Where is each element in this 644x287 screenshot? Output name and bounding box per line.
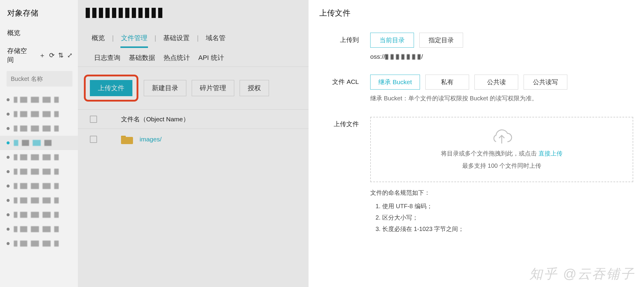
path-suffix: / <box>421 53 423 60</box>
file-acl-label: 文件 ACL <box>319 75 370 102</box>
dropzone-line2: 最多支持 100 个文件同时上传 <box>462 162 541 170</box>
bucket-status-dot <box>7 242 10 245</box>
bucket-item[interactable] <box>0 164 78 179</box>
naming-rule-item: 区分大小写； <box>382 212 633 223</box>
bucket-item[interactable] <box>0 222 78 236</box>
sidebar: 对象存储 概览 存储空间 ＋ ⟳ ⇅ ⤢ <box>0 0 78 287</box>
bucket-name-obscured <box>14 140 59 146</box>
path-prefix: oss:// <box>370 53 385 60</box>
naming-rules-list: 使用 UTF-8 编码；区分大小写；长度必须在 1-1023 字节之间； <box>370 200 633 235</box>
naming-rule-item: 长度必须在 1-1023 字节之间； <box>382 223 633 235</box>
file-acl-row: 文件 ACL 继承 Bucket私有公共读公共读写 继承 Bucket：单个文件… <box>319 75 633 102</box>
secondary-tab[interactable]: 日志查询 <box>94 53 120 62</box>
refresh-icon[interactable]: ⟳ <box>49 52 55 59</box>
expand-icon[interactable]: ⤢ <box>67 52 72 59</box>
file-toolbar: 上传文件 新建目录 碎片管理 授权 <box>78 67 309 110</box>
bucket-status-dot <box>7 156 10 159</box>
bucket-item[interactable] <box>0 193 78 208</box>
primary-tab[interactable]: 域名管 <box>205 31 226 46</box>
bucket-status-dot <box>7 98 10 101</box>
authorize-button[interactable]: 授权 <box>240 80 269 96</box>
cloud-upload-icon <box>491 129 513 145</box>
bucket-search-input[interactable] <box>11 75 87 82</box>
naming-rule-item: 使用 UTF-8 编码； <box>382 200 633 212</box>
bucket-item[interactable] <box>0 93 78 107</box>
acl-option[interactable]: 私有 <box>425 75 469 90</box>
upload-to-option[interactable]: 指定目录 <box>419 33 463 48</box>
sidebar-overview-link[interactable]: 概览 <box>0 26 78 45</box>
sort-icon[interactable]: ⇅ <box>58 52 64 59</box>
primary-tab[interactable]: 文件管理 <box>120 31 148 46</box>
bucket-title-bar <box>78 0 309 26</box>
file-table-body: images/ <box>78 129 309 150</box>
select-all-checkbox[interactable] <box>90 116 97 123</box>
upload-to-options: 当前目录指定目录 <box>370 33 633 48</box>
bucket-status-dot <box>7 113 10 116</box>
bucket-name-obscured <box>14 111 59 117</box>
storage-space-label: 存储空间 <box>7 46 32 64</box>
bucket-status-dot <box>7 141 10 144</box>
upload-area-row: 上传文件 将目录或多个文件拖拽到此，或点击 直接上传 最多支持 100 个文件同… <box>319 117 633 235</box>
bucket-status-dot <box>7 228 10 231</box>
folder-icon <box>121 135 133 144</box>
file-name-link[interactable]: images/ <box>140 136 162 143</box>
file-table-header: 文件名（Object Name） <box>78 110 309 129</box>
upload-area-label: 上传文件 <box>319 117 370 235</box>
bucket-item[interactable] <box>0 208 78 222</box>
upload-to-option[interactable]: 当前目录 <box>370 33 414 48</box>
storage-space-header: 存储空间 ＋ ⟳ ⇅ ⤢ <box>0 45 78 69</box>
upload-button-highlight: 上传文件 <box>84 75 138 102</box>
acl-options: 继承 Bucket私有公共读公共读写 <box>370 75 633 90</box>
bucket-status-dot <box>7 199 10 202</box>
tab-separator: | <box>155 34 156 42</box>
bucket-item[interactable] <box>0 236 78 251</box>
bucket-status-dot <box>7 213 10 216</box>
bucket-name-obscured <box>14 226 59 232</box>
new-folder-button[interactable]: 新建目录 <box>144 80 186 96</box>
panel-title: 上传文件 <box>319 0 633 33</box>
bucket-list <box>0 91 78 253</box>
bucket-item[interactable] <box>0 136 78 150</box>
main-panel: 概览|文件管理|基础设置|域名管 日志查询基础数据热点统计API 统计 上传文件… <box>78 0 309 287</box>
primary-tab[interactable]: 概览 <box>91 31 105 46</box>
bucket-name-obscured <box>14 212 59 218</box>
upload-to-row: 上传到 当前目录指定目录 oss:/// <box>319 33 633 60</box>
upload-dropzone[interactable]: 将目录或多个文件拖拽到此，或点击 直接上传 最多支持 100 个文件同时上传 <box>370 117 633 182</box>
bucket-item[interactable] <box>0 121 78 136</box>
primary-tabs: 概览|文件管理|基础设置|域名管 <box>78 26 309 49</box>
bucket-name-obscured <box>14 169 59 175</box>
primary-tab[interactable]: 基础设置 <box>163 31 190 46</box>
bucket-item[interactable] <box>0 179 78 193</box>
acl-option[interactable]: 公共读 <box>474 75 518 90</box>
acl-hint: 继承 Bucket：单个文件的读写权限按 Bucket 的读写权限为准。 <box>370 94 633 102</box>
bucket-item[interactable] <box>0 107 78 121</box>
row-checkbox[interactable] <box>90 136 97 143</box>
acl-option[interactable]: 公共读写 <box>524 75 567 90</box>
dropzone-line1: 将目录或多个文件拖拽到此，或点击 直接上传 <box>441 149 563 158</box>
bucket-name-obscured <box>86 8 164 18</box>
bucket-name-obscured <box>14 197 59 203</box>
tab-separator: | <box>112 34 114 42</box>
acl-option[interactable]: 继承 Bucket <box>370 75 420 90</box>
secondary-tab[interactable]: 基础数据 <box>129 53 155 62</box>
upload-panel: 上传文件 上传到 当前目录指定目录 oss:/// 文件 ACL 继承 Buck… <box>309 0 644 287</box>
direct-upload-link[interactable]: 直接上传 <box>539 150 563 157</box>
naming-rules-title: 文件的命名规范如下： <box>370 189 633 197</box>
column-header-filename: 文件名（Object Name） <box>121 115 189 123</box>
file-row: images/ <box>78 129 309 150</box>
bucket-status-dot <box>7 185 10 188</box>
bucket-search[interactable] <box>7 71 72 87</box>
bucket-name-obscured <box>14 154 59 160</box>
secondary-tab[interactable]: API 统计 <box>198 53 224 62</box>
service-title: 对象存储 <box>0 7 78 26</box>
bucket-name-obscured <box>14 241 59 247</box>
path-obscured <box>385 54 421 60</box>
bucket-name-obscured <box>14 97 59 103</box>
bucket-item[interactable] <box>0 150 78 164</box>
fragment-mgmt-button[interactable]: 碎片管理 <box>192 80 234 96</box>
add-bucket-icon[interactable]: ＋ <box>39 51 46 60</box>
upload-file-button[interactable]: 上传文件 <box>90 80 132 96</box>
bucket-status-dot <box>7 127 10 130</box>
bucket-status-dot <box>7 170 10 173</box>
secondary-tab[interactable]: 热点统计 <box>164 53 190 62</box>
